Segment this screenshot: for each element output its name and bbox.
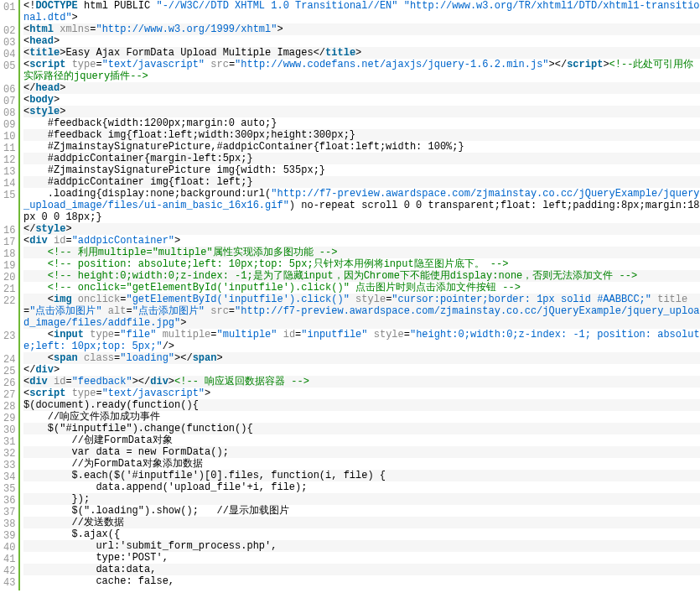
line-number: 26 [3,377,13,389]
code-line: <html xmlns="http://www.w3.org/1999/xhtm… [23,23,700,35]
code-line: $(".loading").show(); //显示加载图片 [23,505,700,517]
code-line: <style> [23,106,700,117]
line-number: 14 [3,178,13,190]
code-line: <head> [23,35,700,47]
line-number: 07 [3,96,13,107]
code-line: type:'POST', [23,552,700,564]
code-line: <!DOCTYPE html PUBLIC "-//W3C//DTD XHTML… [23,0,700,23]
code-line: #ZjmainstaySignaturePicture img{width: 5… [23,164,700,176]
line-number: 16 [3,225,13,237]
line-number: 23 [3,330,13,354]
line-number: 08 [3,107,13,119]
code-line: <title>Easy Ajax FormData Upload Multipl… [23,47,700,59]
line-number: 04 [3,49,13,60]
line-number: 05 [3,60,13,84]
line-number: 37 [3,507,13,518]
code-line: <img onclick="getElementById('inputfile'… [23,294,700,329]
line-number: 34 [3,471,13,483]
line-number: 43 [3,577,13,589]
code-line: <!-- onclick="getElementById('inputfile'… [23,282,700,294]
code-line: #feedback{width:1200px;margin:0 auto;} [23,117,700,129]
code-block: 0102030405060708091011121314151617181920… [0,0,700,590]
line-number: 09 [3,119,13,131]
line-number: 35 [3,483,13,495]
code-line: $.each($('#inputfile')[0].files, functio… [23,470,700,481]
line-number: 29 [3,413,13,424]
line-number: 31 [3,436,13,448]
line-number: 03 [3,37,13,49]
line-number: 21 [3,283,13,295]
line-number: 27 [3,389,13,401]
line-number: 01 [3,2,13,25]
code-line: //发送数据 [23,517,700,528]
line-number: 24 [3,354,13,366]
line-number: 19 [3,260,13,272]
code-line: <script type="text/javascript" src="http… [23,59,700,82]
line-number: 32 [3,448,13,460]
code-line: #addpicContainer img{float: left;} [23,176,700,188]
line-number: 36 [3,495,13,507]
code-line: <!-- 利用multiple="multiple"属性实现添加多图功能 --> [23,247,700,258]
code-line: //为FormData对象添加数据 [23,458,700,470]
code-line: url:'submit_form_process.php', [23,540,700,552]
line-number: 22 [3,295,13,330]
code-line: <div id="addpicContainer"> [23,235,700,247]
line-number: 15 [3,190,13,225]
code-line: <body> [23,94,700,106]
code-line: <input type="file" multiple="multiple" i… [23,329,700,352]
code-line: //创建FormData对象 [23,434,700,446]
line-number: 20 [3,272,13,283]
line-number: 38 [3,518,13,530]
code-line: <div id="feedback"></div><!-- 响应返回数据容器 -… [23,376,700,388]
line-number: 18 [3,248,13,260]
code-line: <!-- position: absolute;left: 10px;top: … [23,258,700,270]
code-line: <script type="text/javascript"> [23,388,700,399]
line-number: 28 [3,401,13,413]
code-line: <span class="loading"></span> [23,352,700,364]
line-number: 13 [3,166,13,178]
code-line: </head> [23,82,700,94]
code-line: var data = new FormData(); [23,446,700,458]
line-number: 25 [3,366,13,377]
line-number: 40 [3,542,13,554]
line-number: 42 [3,565,13,577]
code-line: <!-- height:0;width:0;z-index: -1;是为了隐藏i… [23,270,700,282]
line-number: 17 [3,237,13,248]
code-line: </style> [23,223,700,235]
code-line: $.ajax({ [23,528,700,540]
line-number: 30 [3,424,13,436]
code-line: $(document).ready(function(){ [23,399,700,411]
line-number: 02 [3,25,13,37]
code-line: cache: false, [23,575,700,587]
code-line: #ZjmainstaySignaturePicture,#addpicConta… [23,141,700,153]
line-number: 33 [3,460,13,471]
code-line: //响应文件添加成功事件 [23,411,700,423]
code-line: #addpicContainer{margin-left:5px;} [23,153,700,164]
line-number: 06 [3,84,13,96]
code-line: data:data, [23,564,700,575]
code-line: #feedback img{float:left;width:300px;hei… [23,129,700,141]
line-number: 11 [3,143,13,154]
code-line: data.append('upload_file'+i, file); [23,481,700,493]
line-number: 39 [3,530,13,542]
line-number: 41 [3,554,13,565]
line-number: 10 [3,131,13,143]
code-line: }); [23,493,700,505]
code-line: </div> [23,364,700,376]
line-number-gutter: 0102030405060708091011121314151617181920… [0,0,18,590]
line-number: 12 [3,154,13,166]
code-line: .loading{display:none;background:url("ht… [23,188,700,223]
code-content: <!DOCTYPE html PUBLIC "-//W3C//DTD XHTML… [18,0,700,590]
code-line: $("#inputfile").change(function(){ [23,423,700,434]
